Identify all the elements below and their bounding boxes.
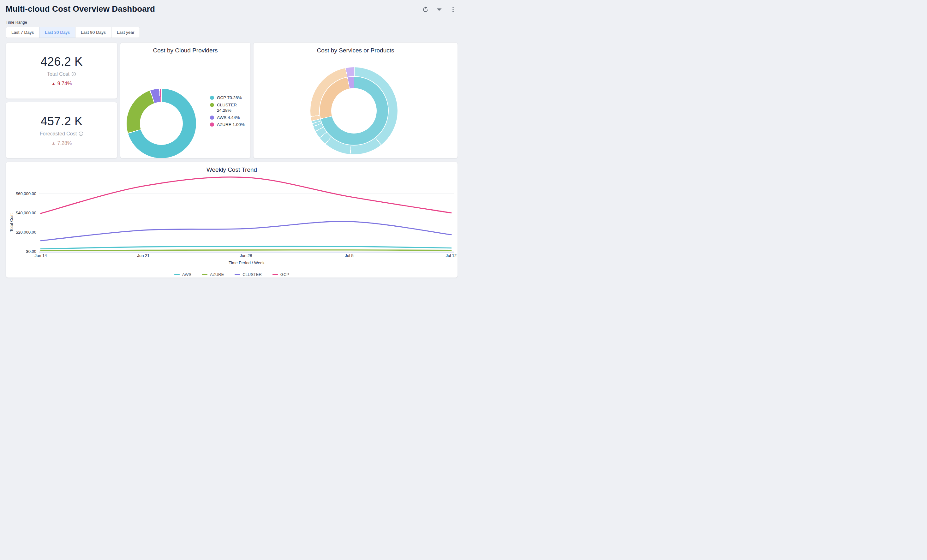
legend-dash-icon bbox=[235, 274, 240, 275]
trend-line-cluster bbox=[41, 222, 451, 241]
legend-dot-icon bbox=[210, 115, 214, 120]
svg-text:Jun 28: Jun 28 bbox=[240, 253, 252, 258]
legend-dot-icon bbox=[210, 103, 214, 107]
legend-item-cluster: CLUSTER 24.28% bbox=[210, 102, 249, 113]
total-cost-delta: ▲ 9.74% bbox=[52, 81, 72, 87]
svg-text:Jun 14: Jun 14 bbox=[34, 253, 47, 258]
forecasted-cost-label: Forecasted Cost bbox=[40, 131, 84, 137]
svg-text:$40,000.00: $40,000.00 bbox=[16, 211, 36, 215]
up-triangle-icon: ▲ bbox=[52, 141, 56, 146]
legend-label: CLUSTER 24.28% bbox=[217, 102, 249, 113]
total-cost-label: Total Cost bbox=[47, 71, 76, 77]
svg-text:Total Cost: Total Cost bbox=[9, 213, 14, 232]
svg-text:Time Period / Week: Time Period / Week bbox=[229, 260, 264, 265]
refresh-button[interactable] bbox=[421, 5, 430, 14]
legend-label: GCP bbox=[280, 272, 289, 277]
cost-by-providers-card: Cost by Cloud Providers GCP 70.28%CLUSTE… bbox=[120, 42, 251, 158]
forecasted-cost-delta: ▲ 7.28% bbox=[52, 141, 72, 146]
time-range-last-7-days[interactable]: Last 7 Days bbox=[6, 27, 39, 38]
providers-chart-title: Cost by Cloud Providers bbox=[120, 42, 251, 54]
svg-text:Jul 5: Jul 5 bbox=[345, 253, 353, 258]
filter-button[interactable] bbox=[435, 5, 444, 14]
time-range-button-group: Last 7 DaysLast 30 DaysLast 90 DaysLast … bbox=[6, 27, 140, 38]
legend-dot-icon bbox=[210, 123, 214, 127]
legend-label: AZURE 1.00% bbox=[217, 122, 245, 127]
page-title: Multi-cloud Cost Overview Dashboard bbox=[6, 4, 155, 14]
trend-legend-item-azure: AZURE bbox=[202, 272, 224, 277]
legend-label: AZURE bbox=[210, 272, 224, 277]
weekly-cost-trend-card: Weekly Cost Trend $0.00$20,000.00$40,000… bbox=[6, 162, 458, 278]
top-cards-row: 426.2 K Total Cost ▲ 9.74% 457.2 K bbox=[6, 42, 458, 158]
svg-text:$20,000.00: $20,000.00 bbox=[16, 230, 36, 235]
sunburst-hole bbox=[331, 88, 377, 134]
filter-icon bbox=[436, 6, 442, 13]
legend-item-azure: AZURE 1.00% bbox=[210, 122, 249, 127]
up-triangle-icon: ▲ bbox=[52, 81, 56, 86]
providers-donut-chart[interactable] bbox=[127, 89, 196, 158]
services-chart-title: Cost by Services or Products bbox=[254, 42, 457, 54]
trend-legend-item-cluster: CLUSTER bbox=[235, 272, 262, 277]
legend-dash-icon bbox=[272, 274, 278, 275]
legend-dash-icon bbox=[202, 274, 207, 275]
trend-chart-legend: AWSAZURECLUSTERGCP bbox=[6, 272, 457, 277]
legend-label: GCP 70.28% bbox=[217, 95, 242, 101]
svg-text:$60,000.00: $60,000.00 bbox=[16, 191, 36, 196]
stat-cards-column: 426.2 K Total Cost ▲ 9.74% 457.2 K bbox=[6, 42, 117, 158]
trend-legend-item-gcp: GCP bbox=[272, 272, 289, 277]
services-sunburst-chart[interactable] bbox=[310, 67, 398, 154]
trend-line-gcp bbox=[41, 177, 451, 213]
header: Multi-cloud Cost Overview Dashboard bbox=[6, 0, 458, 14]
cost-by-services-card: Cost by Services or Products bbox=[253, 42, 458, 158]
header-actions bbox=[421, 4, 458, 14]
svg-text:Jul 12: Jul 12 bbox=[446, 253, 457, 258]
time-range-last-year[interactable]: Last year bbox=[111, 27, 140, 38]
legend-dash-icon bbox=[174, 274, 180, 275]
legend-label: CLUSTER bbox=[243, 272, 262, 277]
trend-legend-item-aws: AWS bbox=[174, 272, 191, 277]
providers-chart-legend: GCP 70.28%CLUSTER 24.28%AWS 4.44%AZURE 1… bbox=[210, 95, 249, 129]
total-cost-value: 426.2 K bbox=[40, 55, 82, 68]
time-range-last-90-days[interactable]: Last 90 Days bbox=[75, 27, 111, 38]
trend-line-azure bbox=[41, 250, 451, 250]
legend-dot-icon bbox=[210, 96, 214, 100]
forecasted-cost-value: 457.2 K bbox=[40, 115, 82, 128]
dashboard-page: Multi-cloud Cost Overview Dashboard bbox=[0, 0, 464, 278]
time-range-last-30-days[interactable]: Last 30 Days bbox=[39, 27, 75, 38]
info-icon[interactable] bbox=[71, 72, 76, 76]
forecasted-cost-card: 457.2 K Forecasted Cost ▲ 7.28% bbox=[6, 102, 117, 158]
info-icon[interactable] bbox=[79, 131, 84, 136]
kebab-menu-icon bbox=[450, 6, 456, 13]
trend-chart-title: Weekly Cost Trend bbox=[6, 162, 457, 173]
svg-text:Jun 21: Jun 21 bbox=[137, 253, 149, 258]
time-range-label: Time Range bbox=[6, 20, 458, 24]
legend-label: AWS 4.44% bbox=[217, 115, 240, 121]
legend-item-gcp: GCP 70.28% bbox=[210, 95, 249, 101]
more-options-button[interactable] bbox=[448, 5, 458, 14]
total-cost-card: 426.2 K Total Cost ▲ 9.74% bbox=[6, 42, 117, 99]
legend-label: AWS bbox=[182, 272, 191, 277]
refresh-icon bbox=[422, 6, 429, 13]
trend-line-chart[interactable]: $0.00$20,000.00$40,000.00$60,000.00Jun 1… bbox=[6, 174, 458, 270]
trend-line-aws bbox=[41, 246, 451, 249]
legend-item-aws: AWS 4.44% bbox=[210, 115, 249, 121]
